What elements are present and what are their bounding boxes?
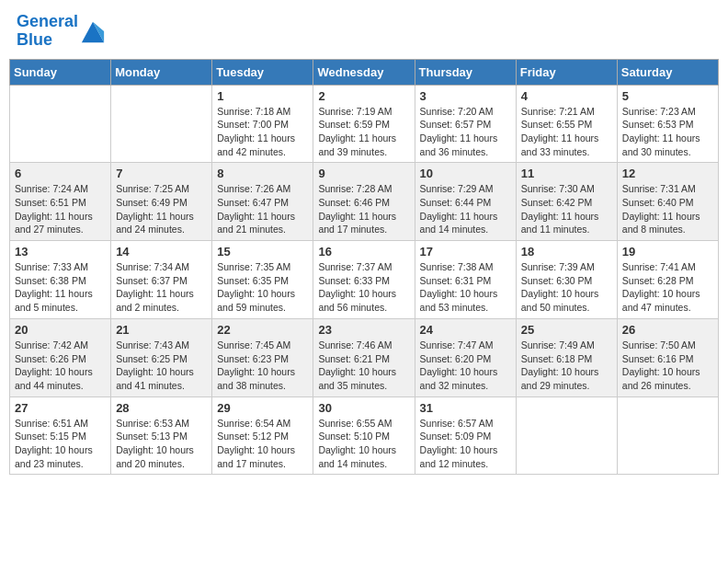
day-info: Sunrise: 7:19 AMSunset: 6:59 PMDaylight:… (318, 105, 409, 159)
calendar-cell: 4Sunrise: 7:21 AMSunset: 6:55 PMDaylight… (516, 85, 617, 163)
calendar-cell (516, 396, 617, 475)
day-number: 23 (318, 323, 409, 337)
calendar-cell: 21Sunrise: 7:43 AMSunset: 6:25 PMDayligh… (111, 318, 212, 396)
calendar-cell: 17Sunrise: 7:38 AMSunset: 6:31 PMDayligh… (415, 241, 516, 319)
day-number: 25 (521, 323, 612, 337)
day-number: 29 (217, 401, 308, 415)
day-number: 16 (318, 245, 409, 259)
day-number: 15 (217, 245, 308, 259)
weekday-header: Wednesday (313, 59, 415, 85)
day-number: 1 (217, 89, 308, 103)
calendar-cell (10, 85, 111, 163)
day-info: Sunrise: 7:18 AMSunset: 7:00 PMDaylight:… (217, 105, 308, 159)
logo-text: GeneralBlue (17, 13, 78, 50)
weekday-header: Saturday (617, 59, 718, 85)
day-number: 24 (420, 323, 511, 337)
day-number: 22 (217, 323, 308, 337)
calendar-cell: 24Sunrise: 7:47 AMSunset: 6:20 PMDayligh… (415, 318, 516, 396)
calendar-cell: 2Sunrise: 7:19 AMSunset: 6:59 PMDaylight… (313, 85, 415, 163)
day-info: Sunrise: 7:23 AMSunset: 6:53 PMDaylight:… (622, 105, 713, 159)
calendar-cell: 25Sunrise: 7:49 AMSunset: 6:18 PMDayligh… (516, 318, 617, 396)
weekday-header: Monday (111, 59, 212, 85)
calendar-cell: 18Sunrise: 7:39 AMSunset: 6:30 PMDayligh… (516, 241, 617, 319)
calendar-cell: 7Sunrise: 7:25 AMSunset: 6:49 PMDaylight… (111, 163, 212, 241)
day-number: 5 (622, 89, 713, 103)
page-header: GeneralBlue (9, 9, 719, 53)
day-number: 31 (420, 401, 511, 415)
day-info: Sunrise: 7:39 AMSunset: 6:30 PMDaylight:… (521, 260, 612, 315)
day-info: Sunrise: 7:28 AMSunset: 6:46 PMDaylight:… (318, 182, 409, 236)
weekday-header: Thursday (415, 59, 516, 85)
day-info: Sunrise: 7:25 AMSunset: 6:49 PMDaylight:… (116, 182, 207, 236)
calendar-table: SundayMondayTuesdayWednesdayThursdayFrid… (9, 59, 719, 476)
calendar-cell: 23Sunrise: 7:46 AMSunset: 6:21 PMDayligh… (313, 318, 415, 396)
calendar-week-row: 13Sunrise: 7:33 AMSunset: 6:38 PMDayligh… (10, 241, 719, 319)
calendar-cell: 13Sunrise: 7:33 AMSunset: 6:38 PMDayligh… (10, 241, 111, 319)
calendar-cell: 28Sunrise: 6:53 AMSunset: 5:13 PMDayligh… (111, 396, 212, 475)
day-number: 13 (15, 245, 106, 259)
calendar-cell: 27Sunrise: 6:51 AMSunset: 5:15 PMDayligh… (10, 396, 111, 475)
day-number: 4 (521, 89, 612, 103)
calendar-cell: 16Sunrise: 7:37 AMSunset: 6:33 PMDayligh… (313, 241, 415, 319)
day-number: 20 (15, 323, 106, 337)
calendar-cell: 31Sunrise: 6:57 AMSunset: 5:09 PMDayligh… (415, 396, 516, 475)
day-info: Sunrise: 7:42 AMSunset: 6:26 PMDaylight:… (15, 339, 106, 393)
calendar-cell: 9Sunrise: 7:28 AMSunset: 6:46 PMDaylight… (313, 163, 415, 241)
day-number: 26 (622, 323, 713, 337)
day-number: 2 (318, 89, 409, 103)
calendar-week-row: 27Sunrise: 6:51 AMSunset: 5:15 PMDayligh… (10, 396, 719, 475)
calendar-week-row: 20Sunrise: 7:42 AMSunset: 6:26 PMDayligh… (10, 318, 719, 396)
day-number: 9 (318, 167, 409, 180)
day-info: Sunrise: 7:49 AMSunset: 6:18 PMDaylight:… (521, 339, 612, 393)
day-number: 18 (521, 245, 612, 259)
day-info: Sunrise: 7:46 AMSunset: 6:21 PMDaylight:… (318, 339, 409, 393)
calendar-cell: 26Sunrise: 7:50 AMSunset: 6:16 PMDayligh… (617, 318, 718, 396)
calendar-week-row: 1Sunrise: 7:18 AMSunset: 7:00 PMDaylight… (10, 85, 719, 163)
day-number: 19 (622, 245, 713, 259)
calendar-cell: 15Sunrise: 7:35 AMSunset: 6:35 PMDayligh… (212, 241, 313, 319)
day-number: 3 (420, 89, 511, 103)
day-info: Sunrise: 7:38 AMSunset: 6:31 PMDaylight:… (420, 260, 511, 315)
day-info: Sunrise: 6:54 AMSunset: 5:12 PMDaylight:… (217, 417, 308, 471)
calendar-cell: 8Sunrise: 7:26 AMSunset: 6:47 PMDaylight… (212, 163, 313, 241)
day-info: Sunrise: 7:29 AMSunset: 6:44 PMDaylight:… (420, 182, 511, 236)
day-info: Sunrise: 6:55 AMSunset: 5:10 PMDaylight:… (318, 417, 409, 471)
calendar-cell: 3Sunrise: 7:20 AMSunset: 6:57 PMDaylight… (415, 85, 516, 163)
day-number: 8 (217, 167, 308, 180)
day-number: 10 (420, 167, 511, 180)
logo: GeneralBlue (17, 13, 106, 50)
calendar-cell: 5Sunrise: 7:23 AMSunset: 6:53 PMDaylight… (617, 85, 718, 163)
calendar-week-row: 6Sunrise: 7:24 AMSunset: 6:51 PMDaylight… (10, 163, 719, 241)
day-number: 28 (116, 401, 207, 415)
weekday-header: Tuesday (212, 59, 313, 85)
day-info: Sunrise: 7:33 AMSunset: 6:38 PMDaylight:… (15, 260, 106, 315)
day-info: Sunrise: 7:50 AMSunset: 6:16 PMDaylight:… (622, 339, 713, 393)
day-info: Sunrise: 7:31 AMSunset: 6:40 PMDaylight:… (622, 182, 713, 236)
calendar-cell: 20Sunrise: 7:42 AMSunset: 6:26 PMDayligh… (10, 318, 111, 396)
weekday-header: Sunday (10, 59, 111, 85)
day-number: 6 (15, 167, 106, 180)
calendar-cell: 1Sunrise: 7:18 AMSunset: 7:00 PMDaylight… (212, 85, 313, 163)
day-info: Sunrise: 7:26 AMSunset: 6:47 PMDaylight:… (217, 182, 308, 236)
calendar-cell: 6Sunrise: 7:24 AMSunset: 6:51 PMDaylight… (10, 163, 111, 241)
day-number: 12 (622, 167, 713, 180)
calendar-cell: 11Sunrise: 7:30 AMSunset: 6:42 PMDayligh… (516, 163, 617, 241)
calendar-cell (111, 85, 212, 163)
logo-icon (80, 18, 106, 44)
day-info: Sunrise: 7:30 AMSunset: 6:42 PMDaylight:… (521, 182, 612, 236)
calendar-header-row: SundayMondayTuesdayWednesdayThursdayFrid… (10, 59, 719, 85)
day-info: Sunrise: 6:53 AMSunset: 5:13 PMDaylight:… (116, 417, 207, 471)
day-info: Sunrise: 7:41 AMSunset: 6:28 PMDaylight:… (622, 260, 713, 315)
day-info: Sunrise: 7:24 AMSunset: 6:51 PMDaylight:… (15, 182, 106, 236)
day-info: Sunrise: 7:34 AMSunset: 6:37 PMDaylight:… (116, 260, 207, 315)
day-number: 11 (521, 167, 612, 180)
calendar-cell: 14Sunrise: 7:34 AMSunset: 6:37 PMDayligh… (111, 241, 212, 319)
day-info: Sunrise: 6:57 AMSunset: 5:09 PMDaylight:… (420, 417, 511, 471)
day-number: 17 (420, 245, 511, 259)
weekday-header: Friday (516, 59, 617, 85)
day-number: 27 (15, 401, 106, 415)
calendar-cell: 19Sunrise: 7:41 AMSunset: 6:28 PMDayligh… (617, 241, 718, 319)
calendar-cell: 30Sunrise: 6:55 AMSunset: 5:10 PMDayligh… (313, 396, 415, 475)
day-info: Sunrise: 7:47 AMSunset: 6:20 PMDaylight:… (420, 339, 511, 393)
day-number: 30 (318, 401, 409, 415)
